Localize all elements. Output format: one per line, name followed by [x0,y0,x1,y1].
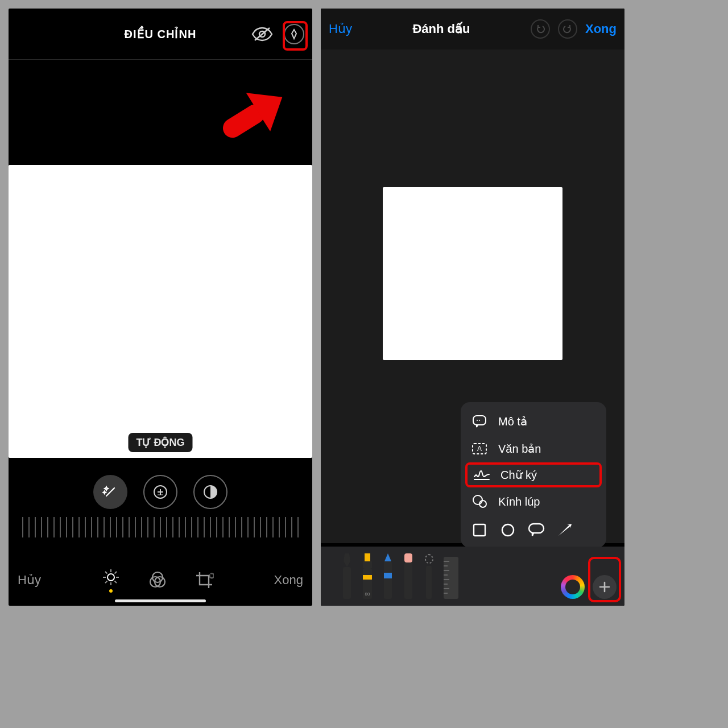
svg-point-8 [107,574,114,581]
hide-original-icon[interactable] [251,23,274,46]
pen-tool[interactable] [339,553,355,599]
magnifier-icon [471,494,488,509]
textbox-icon: A [471,442,488,455]
svg-rect-22 [343,567,351,599]
lasso-tool[interactable] [421,553,437,599]
cancel-button[interactable]: Hủy [329,22,352,36]
adjust-tab[interactable] [101,568,121,593]
filters-tab[interactable] [148,570,167,590]
popup-item-description[interactable]: Mô tả [461,408,606,435]
pencil-tool[interactable] [380,553,396,599]
color-picker-button[interactable] [561,575,585,599]
markup-screen: Hủy Đánh dấu Xong Mô tả [321,9,624,606]
popup-item-label: Văn bản [498,442,541,456]
svg-text:A: A [477,445,482,453]
annotation-highlight-signature: Chữ ký [465,462,602,487]
svg-rect-26 [363,575,372,580]
shape-rectangle-icon[interactable] [471,522,488,539]
signature-icon [473,469,490,481]
svg-rect-21 [529,524,544,533]
brilliance-button[interactable] [193,475,228,509]
svg-rect-28 [384,561,392,599]
popup-item-label: Kính lúp [498,495,540,508]
home-indicator [115,599,206,602]
popup-item-text[interactable]: A Văn bản [461,435,606,462]
auto-enhance-button[interactable] [93,475,127,509]
svg-rect-32 [426,566,432,599]
exposure-button[interactable] [143,475,177,509]
popup-item-label: Mô tả [498,415,527,428]
header-title: ĐIỀU CHỈNH [125,27,197,41]
edit-bottom-bar: Hủy [9,555,312,606]
popup-shape-row [461,516,606,542]
cancel-button[interactable]: Hủy [18,573,41,588]
adjust-ticks[interactable] [22,517,299,537]
canvas-area [9,60,312,458]
redo-icon[interactable] [558,19,577,39]
svg-rect-19 [474,524,485,536]
svg-rect-23 [365,553,370,561]
edit-header: ĐIỀU CHỈNH [9,9,312,60]
svg-rect-31 [404,562,412,599]
markup-button[interactable] [284,24,304,44]
svg-rect-33 [444,557,458,599]
svg-rect-24 [363,561,372,568]
edit-photo-screen: ĐIỀU CHỈNH TỰ ĐỘNG [9,9,312,606]
markup-toolbar: 80 [321,547,624,606]
done-button[interactable]: Xong [274,573,303,588]
eraser-tool[interactable] [400,553,416,599]
auto-label: TỰ ĐỘNG [129,433,193,452]
shape-speechbubble-icon[interactable] [528,522,545,539]
description-icon [471,415,488,428]
shape-arrow-icon[interactable] [556,522,573,539]
crop-tab[interactable] [195,570,214,590]
markup-canvas[interactable] [383,187,562,360]
popup-item-magnifier[interactable]: Kính lúp [461,487,606,516]
photo-canvas[interactable] [9,165,312,458]
pen-tray: 80 [339,553,461,599]
add-element-button[interactable] [593,575,617,599]
shape-circle-icon[interactable] [499,522,516,539]
add-element-popup: Mô tả A Văn bản Chữ ký [461,402,606,548]
adjust-tool-row [9,464,312,520]
popup-item-label: Chữ ký [500,468,537,482]
marker-tool[interactable]: 80 [359,553,375,599]
ruler-tool[interactable] [441,553,461,599]
markup-header: Hủy Đánh dấu Xong [321,9,624,49]
svg-text:80: 80 [365,592,370,597]
undo-icon[interactable] [531,19,550,39]
svg-rect-29 [384,573,392,578]
svg-point-20 [502,524,514,536]
svg-rect-30 [404,553,412,562]
svg-point-17 [473,495,482,504]
done-button[interactable]: Xong [585,22,617,36]
header-title: Đánh dấu [412,22,470,36]
popup-item-signature[interactable]: Chữ ký [468,465,599,485]
